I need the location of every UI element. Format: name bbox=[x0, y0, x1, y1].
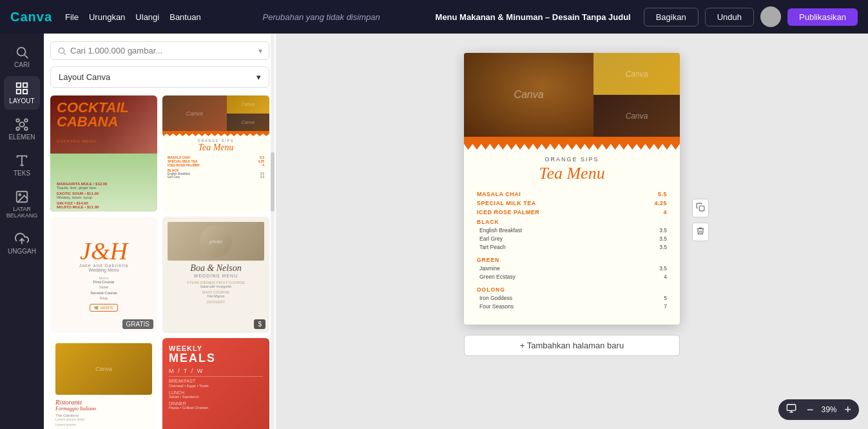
trash-icon bbox=[696, 226, 705, 235]
special-milk-tea-price: 4.25 bbox=[654, 200, 667, 206]
svg-rect-5 bbox=[23, 90, 27, 94]
english-breakfast-price: 3.5 bbox=[659, 227, 667, 234]
copy-page-button[interactable] bbox=[692, 199, 709, 217]
sidebar-item-latar[interactable]: LATARBELAKANG bbox=[4, 185, 40, 224]
scrollbar-thumb[interactable] bbox=[271, 152, 275, 212]
english-breakfast-label: English Breakfast bbox=[477, 227, 522, 234]
zoom-level: 39% bbox=[821, 405, 836, 414]
masala-chai-price: 5.5 bbox=[658, 191, 667, 197]
chevron-down-icon: ▾ bbox=[256, 72, 261, 82]
template-card-jh[interactable]: J&H Jake and Gabriella Wedding Menu Menu… bbox=[50, 217, 157, 333]
earl-grey-label: Earl Grey bbox=[477, 235, 503, 242]
menu-section-black: BLACK English Breakfast 3.5 Earl Grey 3.… bbox=[477, 217, 667, 251]
template-card-tea[interactable]: Canva Canva Canva ORANGE SIPS Tea Menu M… bbox=[162, 95, 269, 212]
green-ecstasy-price: 4 bbox=[664, 274, 667, 280]
zoom-out-button[interactable]: − bbox=[804, 403, 816, 417]
canvas-document[interactable]: Canva Canva Canva bbox=[464, 53, 680, 324]
template-card-weekly[interactable]: WEEKLY MEALS M / T / W BREAKFAST Oatmeal… bbox=[162, 338, 269, 429]
canva-watermark-bot: Canva bbox=[626, 112, 648, 121]
menu-item-special-milk-tea: SPECIAL MILK TEA 4.25 bbox=[477, 199, 667, 208]
canva-logo[interactable]: Canva bbox=[10, 10, 52, 25]
sidebar-item-layout[interactable]: LAYOUT bbox=[4, 76, 40, 110]
unsaved-indicator: Perubahan yang tidak disimpan bbox=[220, 12, 423, 22]
menu-urungkan[interactable]: Urungkan bbox=[89, 12, 125, 22]
template-card-italian[interactable]: Canva Ristorante Formaggio Italiano The … bbox=[50, 338, 157, 429]
iron-goddess-price: 5 bbox=[664, 295, 667, 301]
svg-rect-19 bbox=[787, 404, 795, 410]
add-page-container: + Tambahkan halaman baru bbox=[464, 335, 680, 356]
menu-item-iced-rose-palmer: ICED ROSE PALMER 4 bbox=[477, 208, 667, 217]
sidebar-label-latar: LATARBELAKANG bbox=[6, 206, 38, 219]
doc-photo-header: Canva Canva Canva bbox=[464, 53, 680, 137]
sidebar-label-elemen: ELEMEN bbox=[8, 134, 35, 141]
sidebar-label-cari: CARI bbox=[14, 61, 30, 68]
svg-rect-2 bbox=[17, 83, 21, 87]
svg-rect-4 bbox=[17, 90, 21, 94]
add-page-button[interactable]: + Tambahkan halaman baru bbox=[464, 335, 680, 356]
left-panel: ▾ Layout Canva ▾ CoCKTaILCABANA COCKTAIL… bbox=[44, 34, 276, 429]
elements-icon bbox=[15, 117, 29, 132]
text-icon bbox=[15, 154, 29, 168]
menu-bantuan[interactable]: Bantuan bbox=[169, 12, 200, 22]
svg-point-10 bbox=[24, 127, 28, 130]
canvas-area: 1 Canva bbox=[276, 34, 868, 429]
search-bar[interactable]: ▾ bbox=[50, 41, 269, 60]
svg-point-6 bbox=[19, 122, 24, 126]
svg-point-14 bbox=[19, 194, 21, 195]
menu-item-iron-goddess: Iron Goddess 5 bbox=[477, 294, 667, 302]
svg-line-1 bbox=[24, 55, 28, 58]
four-seasons-price: 7 bbox=[664, 303, 667, 310]
download-button[interactable]: Unduh bbox=[705, 8, 754, 26]
search-input[interactable] bbox=[70, 46, 258, 55]
menu-file[interactable]: File bbox=[65, 12, 79, 22]
green-category: GREEN bbox=[477, 255, 667, 264]
svg-point-8 bbox=[24, 119, 28, 122]
avatar[interactable] bbox=[760, 6, 781, 27]
chevron-down-icon[interactable]: ▾ bbox=[258, 46, 262, 55]
top-actions: Bagikan Unduh Publikasikan bbox=[644, 6, 858, 27]
share-button[interactable]: Bagikan bbox=[644, 8, 699, 26]
template-grid: CoCKTaILCABANA COCKTAIL MENU MARGARITA M… bbox=[50, 95, 269, 429]
menu-section-green: GREEN Jasmine 3.5 Green Ecstasy 4 bbox=[477, 255, 667, 281]
top-menu: File Urungkan Ulangi Bantuan bbox=[65, 12, 201, 22]
zoom-in-button[interactable]: + bbox=[842, 403, 854, 417]
canvas-wrapper: 1 Canva bbox=[464, 53, 680, 356]
layout-dropdown[interactable]: Layout Canva ▾ bbox=[50, 66, 269, 88]
template-card-wedding2[interactable]: photo Boa & Nelson WEDDING MENU STEAK DI… bbox=[162, 217, 269, 333]
sidebar-item-unggah[interactable]: UNGGAH bbox=[4, 226, 40, 260]
sidebar-item-elemen[interactable]: ELEMEN bbox=[4, 112, 40, 146]
canva-watermark-left: Canva bbox=[514, 89, 543, 101]
photo-left: Canva bbox=[464, 53, 593, 137]
sidebar: CARI LAYOUT ELEMEN TEKS LATARBELAKANG UN… bbox=[0, 34, 44, 429]
badge-dollar: $ bbox=[254, 319, 265, 329]
svg-point-0 bbox=[17, 48, 26, 56]
menu-item-english-breakfast: English Breakfast 3.5 bbox=[477, 226, 667, 234]
top-navbar: Canva File Urungkan Ulangi Bantuan Perub… bbox=[0, 0, 868, 34]
photo-right: Canva Canva bbox=[593, 53, 680, 137]
jasmine-label: Jasmine bbox=[477, 265, 500, 272]
layout-dropdown-label: Layout Canva bbox=[59, 72, 110, 82]
search-bar-icon bbox=[57, 46, 66, 55]
menu-item-four-seasons: Four Seasons 7 bbox=[477, 302, 667, 310]
menu-item-tart-peach: Tart Peach 3.5 bbox=[477, 243, 667, 251]
publish-button[interactable]: Publikasikan bbox=[787, 8, 858, 26]
svg-point-9 bbox=[16, 127, 19, 130]
presentation-mode-button[interactable] bbox=[784, 402, 799, 417]
doc-body: ORANGE SIPS Tea Menu MASALA CHAI 5.5 SPE… bbox=[464, 150, 680, 324]
svg-point-16 bbox=[59, 48, 64, 53]
four-seasons-label: Four Seasons bbox=[477, 303, 514, 310]
upload-icon bbox=[15, 232, 29, 246]
background-icon bbox=[15, 190, 29, 204]
orange-sips-label: ORANGE SIPS bbox=[477, 156, 667, 163]
presentation-icon bbox=[786, 403, 796, 414]
sidebar-item-teks[interactable]: TEKS bbox=[4, 148, 40, 182]
tart-peach-label: Tart Peach bbox=[477, 244, 506, 250]
delete-page-button[interactable] bbox=[692, 223, 709, 241]
template-card-cocktail[interactable]: CoCKTaILCABANA COCKTAIL MENU MARGARITA M… bbox=[50, 95, 157, 212]
iron-goddess-label: Iron Goddess bbox=[477, 295, 512, 301]
document-title: Menu Makanan & Minuman – Desain Tanpa Ju… bbox=[436, 12, 631, 22]
sidebar-item-cari[interactable]: CARI bbox=[4, 40, 40, 74]
menu-item-jasmine: Jasmine 3.5 bbox=[477, 264, 667, 272]
menu-ulangi[interactable]: Ulangi bbox=[135, 12, 159, 22]
svg-line-17 bbox=[64, 52, 66, 54]
